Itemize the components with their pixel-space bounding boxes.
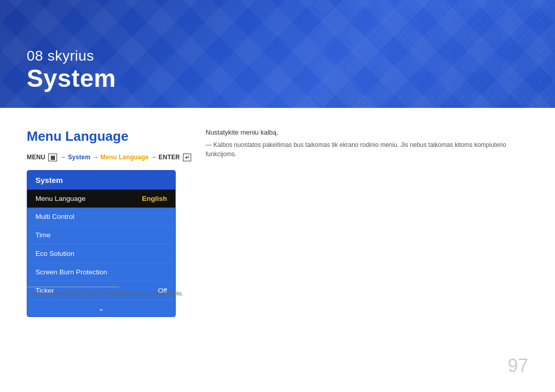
nav-arrow-3: → xyxy=(151,154,159,161)
description-note: Kalbos nuostatos pakeitimas bus taikomas… xyxy=(206,140,528,159)
header-text-group: 08 skyrius System xyxy=(27,48,116,92)
menu-item-label-time: Time xyxy=(35,231,51,239)
nav-arrow-1: → xyxy=(60,154,68,161)
menu-item-screen-burn-protection[interactable]: Screen Burn Protection xyxy=(27,263,175,282)
menu-item-value-menu-language: English xyxy=(142,195,167,202)
menu-item-label-eco-solution: Eco Solution xyxy=(35,250,75,257)
footer-note-area: – Rodomas vaizdas gali skirtis atsižvelg… xyxy=(27,287,183,296)
menu-item-multi-control[interactable]: Multi Control xyxy=(27,208,175,226)
nav-system-label: System xyxy=(68,154,90,161)
nav-menu-label: MENU xyxy=(27,154,47,161)
svg-rect-2 xyxy=(308,0,555,108)
page-number: 97 xyxy=(508,355,528,377)
page-title: System xyxy=(27,64,116,92)
footer-divider xyxy=(27,287,119,287)
footer-note-content: Rodomas vaizdas gali skirtis atsižvelgia… xyxy=(31,290,183,296)
menu-item-eco-solution[interactable]: Eco Solution xyxy=(27,245,175,263)
menu-scroll-down-indicator: ⌄ xyxy=(27,300,175,316)
menu-item-menu-language[interactable]: Menu Language English xyxy=(27,190,175,208)
nav-enter-label: ENTER xyxy=(159,154,182,161)
chevron-down-icon: ⌄ xyxy=(98,304,104,312)
menu-box-header: System xyxy=(27,171,175,190)
nav-arrow-2: → xyxy=(92,154,101,161)
header-banner: 08 skyrius System xyxy=(0,0,555,108)
menu-item-label-menu-language: Menu Language xyxy=(35,195,86,202)
menu-item-label-multi-control: Multi Control xyxy=(35,213,75,220)
description-main: Nustatykite meniu kalbą. xyxy=(206,128,528,136)
description-area: Nustatykite meniu kalbą. Kalbos nuostato… xyxy=(206,128,528,159)
diamond-pattern-decoration xyxy=(308,0,555,108)
nav-enter-icon: ↵ xyxy=(183,154,191,161)
chapter-label: 08 skyrius xyxy=(27,48,116,64)
footer-note-text: – Rodomas vaizdas gali skirtis atsižvelg… xyxy=(27,290,183,296)
main-content: Menu Language MENU ▦ → System → Menu Lan… xyxy=(0,108,555,338)
footer-dash: – xyxy=(27,290,31,296)
menu-item-time[interactable]: Time xyxy=(27,226,175,245)
menu-item-label-screen-burn-protection: Screen Burn Protection xyxy=(35,268,107,276)
nav-menu-language-label: Menu Language xyxy=(100,154,149,161)
nav-menu-icon: ▦ xyxy=(48,154,57,161)
